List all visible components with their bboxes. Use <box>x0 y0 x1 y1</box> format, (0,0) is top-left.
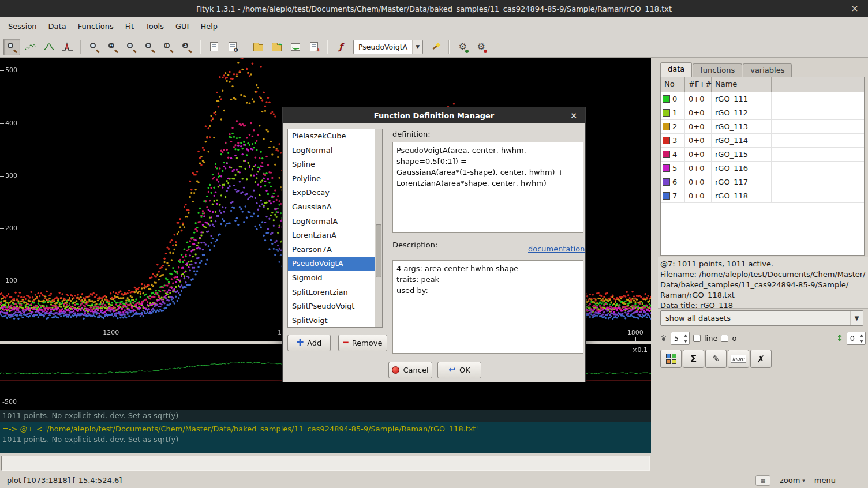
load-data-custom-button[interactable]: + <box>268 39 285 55</box>
spinner-arrows-icon[interactable]: ▲▼ <box>682 332 689 344</box>
define-function-button[interactable]: ƒ <box>332 39 349 55</box>
sigma-checkbox[interactable] <box>721 335 728 342</box>
datasets-grid-button[interactable] <box>660 350 682 368</box>
line-checkbox[interactable] <box>693 335 701 342</box>
load-data-button[interactable] <box>250 39 267 55</box>
function-list-item[interactable]: Spline <box>288 157 375 172</box>
menu-help[interactable]: Help <box>194 17 223 36</box>
zoom-all-button[interactable] <box>86 39 103 55</box>
function-list-item[interactable]: LogNormal <box>288 144 375 158</box>
function-list-item[interactable]: SplitVoigt <box>288 314 375 327</box>
function-list-item[interactable]: Pearson7A <box>288 243 375 257</box>
header-name[interactable]: Name <box>712 77 772 92</box>
data-range-mode-button[interactable] <box>22 39 39 55</box>
fit-settings-button[interactable]: ⚙ <box>473 39 489 55</box>
delete-dataset-button[interactable]: ✗ <box>750 350 772 368</box>
table-row[interactable]: 3 0+0 rGO_114 <box>661 134 864 148</box>
table-row[interactable]: 4 0+0 rGO_115 <box>661 148 864 162</box>
tab-data[interactable]: data <box>660 62 692 77</box>
function-list-item[interactable]: Polyline <box>288 172 375 186</box>
function-list-item[interactable]: SplitPseudoVoigt <box>288 299 375 314</box>
shift-value: 0 <box>847 332 858 344</box>
function-list-item-selected[interactable]: PseudoVoigtA <box>288 257 375 271</box>
table-row[interactable]: 0 0+0 rGO_111 <box>661 92 864 106</box>
menu-gui[interactable]: GUI <box>170 17 194 36</box>
export-data-button[interactable]: ➜ <box>305 39 322 55</box>
shift-spinner[interactable]: 0 ▲▼ <box>847 332 866 345</box>
edit-data-button[interactable]: ✎ <box>705 350 727 368</box>
tab-functions[interactable]: functions <box>693 63 742 77</box>
command-input[interactable] <box>1 456 650 471</box>
status-config-icon: ▦ <box>761 478 766 483</box>
cancel-button[interactable]: Cancel <box>388 362 432 378</box>
function-list-item[interactable]: LorentzianA <box>288 228 375 243</box>
table-row[interactable]: 7 0+0 rGO_118 <box>661 189 864 203</box>
sidebar-tabs: data functions variables <box>660 62 792 77</box>
zoom-mode-button[interactable] <box>3 39 20 55</box>
function-type-select[interactable]: PseudoVoigtA ▼ <box>353 40 423 54</box>
table-row[interactable]: 1 0+0 rGO_112 <box>661 106 864 120</box>
dataset-filter-select[interactable]: show all datasets ▼ <box>660 310 863 326</box>
menu-tools[interactable]: Tools <box>140 17 170 36</box>
spinner-arrows-icon[interactable]: ▲▼ <box>858 332 865 344</box>
remove-button[interactable]: ━ Remove <box>338 335 387 351</box>
function-list-scrollbar[interactable] <box>375 129 382 327</box>
description-label: Description: <box>392 241 437 249</box>
point-size-spinner[interactable]: 5 ▲▼ <box>671 332 690 345</box>
folder-plus-icon: + <box>272 44 282 51</box>
function-list-item[interactable]: PielaszekCube <box>288 129 375 144</box>
sum-button[interactable]: Σ <box>683 350 704 368</box>
function-list-item[interactable]: Sigmoid <box>288 271 375 286</box>
menu-functions[interactable]: Functions <box>72 17 119 36</box>
documentation-link[interactable]: documentation <box>528 245 585 253</box>
menu-session[interactable]: Session <box>2 17 43 36</box>
table-row[interactable]: 5 0+0 rGO_116 <box>661 162 864 175</box>
definition-textarea[interactable]: PseudoVoigtA(area, center, hwhm, shape=0… <box>392 142 583 233</box>
aux-scale-label: ×0.1 <box>632 346 648 354</box>
zoom-dropdown[interactable]: zoom ▾ <box>780 476 805 485</box>
dataset-name: rGO_116 <box>712 162 772 175</box>
function-list-item[interactable]: ExpDecay <box>288 186 375 200</box>
dialog-close-icon[interactable]: × <box>568 110 579 121</box>
scrollbar-thumb[interactable] <box>376 224 381 278</box>
rename-dataset-button[interactable]: Inam <box>728 350 749 368</box>
dataset-color-swatch <box>663 192 670 200</box>
save-graph-button[interactable] <box>287 39 304 55</box>
add-peak-mode-button[interactable] <box>40 39 57 55</box>
run-fit-button[interactable]: ⚙ <box>454 39 471 55</box>
ok-button[interactable]: ↩ OK <box>437 362 481 378</box>
header-no[interactable]: No <box>661 77 685 92</box>
function-list-item[interactable]: GaussianA <box>288 200 375 215</box>
tab-variables[interactable]: variables <box>743 63 792 77</box>
script-editor-button[interactable]: ⚙ <box>224 39 241 55</box>
table-row[interactable]: 6 0+0 rGO_117 <box>661 175 864 189</box>
dataset-fcount: 0+0 <box>685 92 712 106</box>
window-close-icon[interactable]: × <box>848 2 861 15</box>
zoom-previous-button[interactable]: ↶ <box>178 39 195 55</box>
console-output-line: 1011 points. No explicit std. dev. Set a… <box>2 434 651 445</box>
function-list-item[interactable]: SplitLorentzian <box>288 286 375 300</box>
table-row[interactable]: 2 0+0 rGO_113 <box>661 120 864 134</box>
add-button[interactable]: ✚ Add <box>287 335 331 351</box>
status-config-button[interactable]: ▦ <box>755 475 770 486</box>
auto-add-button[interactable] <box>427 39 444 55</box>
magnifier-all-icon <box>89 42 99 52</box>
description-box: 4 args: area center hwhm shape traits: p… <box>392 260 583 354</box>
zoom-shrink-button[interactable]: − <box>141 39 158 55</box>
menu-fit[interactable]: Fit <box>119 17 140 36</box>
menu-data[interactable]: Data <box>43 17 72 36</box>
zoom-vertical-button[interactable]: ↕ <box>104 39 121 55</box>
zoom-in-button[interactable]: + <box>160 39 177 55</box>
shift-updown-icon: ↕ <box>836 333 843 343</box>
log-viewer-button[interactable] <box>205 39 222 55</box>
header-f[interactable]: #F+# <box>685 77 712 92</box>
menu-button[interactable]: menu <box>814 476 836 485</box>
zoom-out-button[interactable]: − <box>123 39 140 55</box>
function-list-item[interactable]: LogNormalA <box>288 215 375 229</box>
magnifier-undo-icon: ↶ <box>182 42 192 52</box>
dataset-fcount: 0+0 <box>685 148 712 161</box>
info-line: @7: 1011 points, 1011 active. <box>660 259 866 269</box>
activate-peak-mode-button[interactable] <box>59 39 76 55</box>
output-console[interactable]: =-> @+ < '/home/aleplo/test/Documents/Ch… <box>0 422 651 453</box>
dataset-fcount: 0+0 <box>685 189 712 202</box>
